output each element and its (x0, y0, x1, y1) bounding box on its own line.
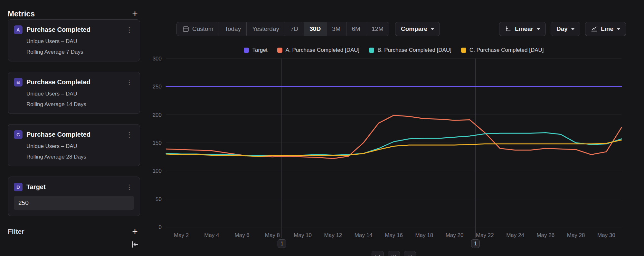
range-label: 6M (352, 25, 360, 32)
sidebar-header: Metrics + (8, 8, 140, 19)
chart-toolbar: CustomTodayYesterday7D30D3M6M12M Compare… (148, 22, 644, 36)
range-label: 3M (332, 25, 340, 32)
metric-badge-a: A (14, 25, 23, 34)
y-tick-label: 250 (153, 84, 162, 90)
legend-item-a-purchase-completed-dau[interactable]: A. Purchase Completed [DAU] (277, 47, 360, 53)
range-label: Today (224, 25, 241, 32)
kebab-menu-icon[interactable]: ⋮ (125, 131, 134, 139)
x-tick-label: May 26 (536, 232, 554, 238)
metric-rolling-average: Rolling Average 14 Days (26, 101, 134, 108)
metric-badge-d: D (14, 183, 23, 191)
series-a-purchase-completed-dau (166, 115, 621, 159)
x-tick-label: May 28 (567, 232, 585, 238)
y-tick-label: 0 (159, 224, 162, 230)
x-tick-label: May 22 (476, 232, 494, 238)
chart-type-select-button[interactable]: Line (585, 22, 626, 36)
grid-icon (391, 254, 397, 256)
range-button-12m[interactable]: 12M (366, 22, 389, 36)
target-value-input[interactable] (14, 196, 134, 210)
metrics-sidebar: Metrics + A Purchase Completed ⋮ Unique … (0, 0, 148, 256)
annotation-layer: 11 (148, 0, 644, 256)
x-tick-label: May 20 (446, 232, 464, 238)
metrics-heading: Metrics (8, 9, 35, 18)
kebab-menu-icon[interactable]: ⋮ (125, 78, 134, 86)
legend-label: B. Purchase Completed [DAU] (377, 47, 451, 53)
plus-icon: + (132, 227, 138, 236)
x-tick-label: May 24 (506, 232, 524, 238)
range-button-30d[interactable]: 30D (304, 22, 327, 36)
chart-panel: 050100150200250300May 2May 4May 6May 8Ma… (148, 0, 644, 256)
board-icon (375, 254, 381, 256)
x-tick-label: May 2 (174, 232, 189, 238)
metric-badge-b: B (14, 78, 23, 87)
metric-card-b[interactable]: B Purchase Completed ⋮ Unique Users – DA… (8, 72, 140, 114)
legend-swatch (369, 48, 374, 53)
metric-title: Purchase Completed (26, 78, 121, 86)
scale-select-button[interactable]: Linear (499, 22, 546, 36)
filter-heading: Filter (8, 228, 24, 235)
metrics-line-chart[interactable]: 050100150200250300May 2May 4May 6May 8Ma… (148, 0, 644, 256)
kebab-menu-icon[interactable]: ⋮ (125, 26, 134, 34)
compare-label: Compare (401, 25, 427, 32)
x-tick-label: May 4 (204, 232, 219, 238)
legend-item-target[interactable]: Target (244, 47, 267, 53)
metric-badge-c: C (14, 130, 23, 139)
add-filter-button[interactable]: + (130, 226, 140, 237)
metric-rolling-average: Rolling Average 7 Days (26, 49, 134, 55)
chevron-down-icon (571, 28, 574, 30)
legend-label: A. Purchase Completed [DAU] (286, 47, 360, 53)
metric-measure: Unique Users – DAU (26, 91, 134, 97)
legend-swatch (277, 48, 282, 53)
annotation-badge[interactable]: 1 (471, 239, 480, 248)
legend-item-b-purchase-completed-dau[interactable]: B. Purchase Completed [DAU] (369, 47, 451, 53)
series-b-purchase-completed-dau (166, 133, 621, 155)
metric-title: Purchase Completed (26, 131, 121, 138)
target-title: Target (26, 183, 121, 191)
x-tick-label: May 16 (385, 232, 403, 238)
kebab-menu-icon[interactable]: ⋮ (125, 183, 134, 191)
metric-measure: Unique Users – DAU (26, 143, 134, 150)
range-button-yesterday[interactable]: Yesterday (247, 22, 285, 36)
metric-card-c[interactable]: C Purchase Completed ⋮ Unique Users – DA… (8, 124, 140, 166)
bottom-toolbar (166, 251, 621, 256)
x-tick-label: May 30 (597, 232, 615, 238)
range-button-today[interactable]: Today (219, 22, 247, 36)
panel-icon (407, 254, 413, 256)
granularity-label: Day (556, 25, 568, 32)
range-button-3m[interactable]: 3M (327, 22, 346, 36)
range-button-custom[interactable]: Custom (177, 22, 219, 36)
chevron-down-icon (537, 28, 540, 30)
legend-swatch (244, 48, 249, 53)
legend-label: Target (252, 47, 267, 53)
y-tick-label: 150 (153, 140, 162, 146)
annotation-badge[interactable]: 1 (278, 239, 286, 248)
metric-measure: Unique Users – DAU (26, 38, 134, 45)
chart-legend: TargetA. Purchase Completed [DAU]B. Purc… (166, 47, 621, 53)
range-label: 7D (290, 25, 298, 32)
range-button-7d[interactable]: 7D (285, 22, 304, 36)
y-tick-label: 50 (156, 196, 162, 202)
x-tick-label: May 12 (324, 232, 342, 238)
chart-action-button-3[interactable] (404, 251, 416, 256)
chart-action-button-1[interactable] (372, 251, 384, 256)
calendar-icon (182, 25, 189, 32)
chart-area[interactable]: 050100150200250300May 2May 4May 6May 8Ma… (148, 0, 644, 256)
scale-label: Linear (515, 25, 533, 32)
granularity-select-button[interactable]: Day (551, 22, 580, 36)
linear-scale-icon (505, 26, 511, 32)
target-card[interactable]: D Target ⋮ (8, 177, 140, 216)
metric-card-a[interactable]: A Purchase Completed ⋮ Unique Users – DA… (8, 19, 140, 61)
x-tick-label: May 6 (235, 232, 250, 238)
line-chart-icon (591, 26, 597, 32)
chart-action-button-2[interactable] (388, 251, 400, 256)
date-range-segmented-control: CustomTodayYesterday7D30D3M6M12M (176, 22, 389, 36)
legend-item-c-purchase-completed-dau[interactable]: C. Purchase Completed [DAU] (461, 47, 544, 53)
collapse-sidebar-button[interactable] (130, 239, 140, 250)
compare-button[interactable]: Compare (395, 22, 440, 36)
range-button-6m[interactable]: 6M (346, 22, 366, 36)
y-tick-label: 300 (153, 56, 162, 62)
range-label: 30D (309, 25, 321, 32)
x-tick-label: May 18 (415, 232, 433, 238)
x-tick-label: May 10 (294, 232, 312, 238)
add-metric-button[interactable]: + (130, 9, 140, 19)
